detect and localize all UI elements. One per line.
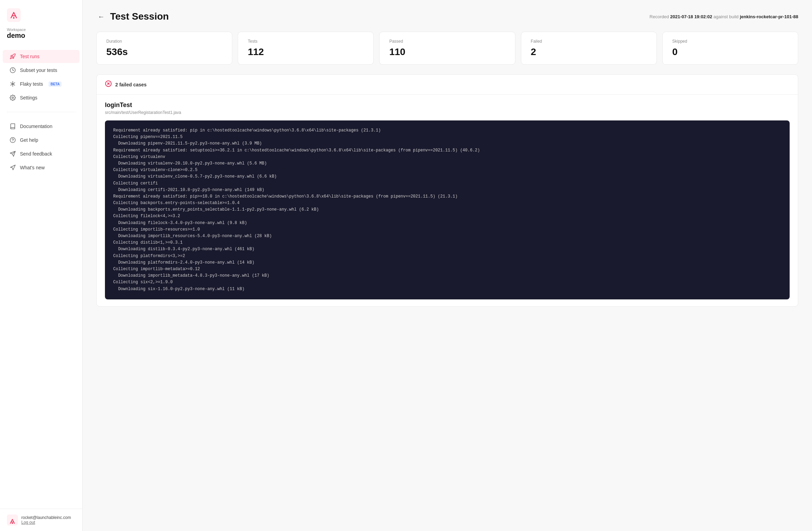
stat-value-duration: 536s bbox=[106, 46, 222, 57]
stat-value-failed: 2 bbox=[531, 46, 647, 57]
asterisk-icon bbox=[10, 81, 16, 87]
back-button[interactable]: ← bbox=[96, 11, 106, 22]
sidebar-item-label-settings: Settings bbox=[20, 95, 38, 100]
sidebar-item-send-feedback[interactable]: Send feedback bbox=[3, 147, 79, 160]
page-header: ← Test Session Recorded 2021-07-18 19:02… bbox=[96, 11, 798, 22]
sidebar-item-get-help[interactable]: Get help bbox=[3, 134, 79, 147]
workspace-name: demo bbox=[7, 32, 75, 40]
sidebar-item-settings[interactable]: Settings bbox=[3, 91, 79, 104]
sidebar-nav: Test runs Subset your tests Flaky tests … bbox=[0, 46, 82, 108]
failed-section: 2 failed cases loginTest src/main/test/U… bbox=[96, 74, 798, 307]
failed-header: 2 failed cases bbox=[97, 75, 798, 95]
stat-value-passed: 110 bbox=[389, 46, 505, 57]
sidebar-item-label-subset: Subset your tests bbox=[20, 67, 57, 73]
stat-label-failed: Failed bbox=[531, 39, 647, 44]
app-logo bbox=[7, 8, 21, 22]
sidebar-divider bbox=[7, 112, 75, 112]
svg-rect-1 bbox=[13, 17, 14, 19]
page-meta: Recorded 2021-07-18 19:02:02 against bui… bbox=[650, 14, 798, 19]
meta-build: jenkins-rocketcar-pr-101-88 bbox=[740, 14, 798, 19]
stat-card-tests: Tests 112 bbox=[238, 32, 374, 65]
logout-button[interactable]: Log out bbox=[21, 520, 75, 525]
workspace-label: Workspace bbox=[7, 28, 75, 32]
sidebar-item-label-flaky: Flaky tests bbox=[20, 81, 43, 87]
sidebar-item-label-docs: Documentation bbox=[20, 124, 52, 129]
book-icon bbox=[10, 123, 16, 129]
meta-against: against build bbox=[714, 14, 740, 19]
svg-rect-0 bbox=[7, 8, 21, 22]
stat-card-duration: Duration 536s bbox=[96, 32, 232, 65]
svg-rect-12 bbox=[12, 523, 13, 524]
sidebar-item-flaky-tests[interactable]: Flaky tests BETA bbox=[3, 77, 79, 91]
send-icon bbox=[10, 151, 16, 157]
stat-label-passed: Passed bbox=[389, 39, 505, 44]
terminal-output: Requirement already satisfied: pip in c:… bbox=[105, 120, 790, 299]
test-case-section: loginTest src/main/test/UserRegistaratio… bbox=[97, 95, 798, 299]
stat-label-skipped: Skipped bbox=[672, 39, 788, 44]
stat-card-skipped: Skipped 0 bbox=[662, 32, 798, 65]
megaphone-icon bbox=[10, 164, 16, 171]
stat-label-duration: Duration bbox=[106, 39, 222, 44]
stat-value-tests: 112 bbox=[248, 46, 364, 57]
user-email: rocket@launchableinc.com bbox=[21, 515, 75, 520]
sidebar-item-test-runs[interactable]: Test runs bbox=[3, 50, 79, 63]
sidebar-item-label-help: Get help bbox=[20, 137, 38, 143]
stat-value-skipped: 0 bbox=[672, 46, 788, 57]
stat-card-passed: Passed 110 bbox=[379, 32, 515, 65]
sidebar-item-label-test-runs: Test runs bbox=[20, 54, 40, 59]
sidebar: Workspace demo Test runs Sub bbox=[0, 0, 83, 531]
user-info: rocket@launchableinc.com Log out bbox=[21, 515, 75, 525]
test-case-path: src/main/test/UserRegistarationTest1.jav… bbox=[105, 110, 790, 115]
main-content: ← Test Session Recorded 2021-07-18 19:02… bbox=[83, 0, 812, 531]
user-avatar-icon bbox=[7, 514, 18, 525]
sidebar-bottom-nav: Documentation Get help Send feedback bbox=[0, 116, 82, 178]
logo-area bbox=[0, 0, 82, 28]
failed-title: 2 failed cases bbox=[115, 82, 147, 87]
sidebar-item-label-whats-new: What's new bbox=[20, 165, 45, 170]
meta-prefix: Recorded bbox=[650, 14, 669, 19]
test-case-name: loginTest bbox=[105, 102, 790, 109]
stat-card-failed: Failed 2 bbox=[521, 32, 657, 65]
sidebar-item-documentation[interactable]: Documentation bbox=[3, 120, 79, 133]
page-header-left: ← Test Session bbox=[96, 11, 169, 22]
page-title: Test Session bbox=[110, 11, 169, 22]
stat-label-tests: Tests bbox=[248, 39, 364, 44]
help-circle-icon bbox=[10, 137, 16, 143]
sidebar-item-subset-tests[interactable]: Subset your tests bbox=[3, 64, 79, 77]
workspace-info: Workspace demo bbox=[0, 28, 82, 46]
rocket-icon bbox=[10, 53, 16, 60]
beta-badge: BETA bbox=[49, 82, 62, 87]
svg-point-6 bbox=[12, 97, 14, 99]
gear-icon bbox=[10, 95, 16, 101]
meta-datetime: 2021-07-18 19:02:02 bbox=[670, 14, 712, 19]
sidebar-user-section: rocket@launchableinc.com Log out bbox=[0, 509, 82, 531]
sidebar-item-whats-new[interactable]: What's new bbox=[3, 161, 79, 174]
stats-row: Duration 536s Tests 112 Passed 110 Faile… bbox=[96, 32, 798, 65]
failed-circle-icon bbox=[105, 80, 112, 89]
sidebar-item-label-feedback: Send feedback bbox=[20, 151, 52, 157]
clock-icon bbox=[10, 67, 16, 73]
